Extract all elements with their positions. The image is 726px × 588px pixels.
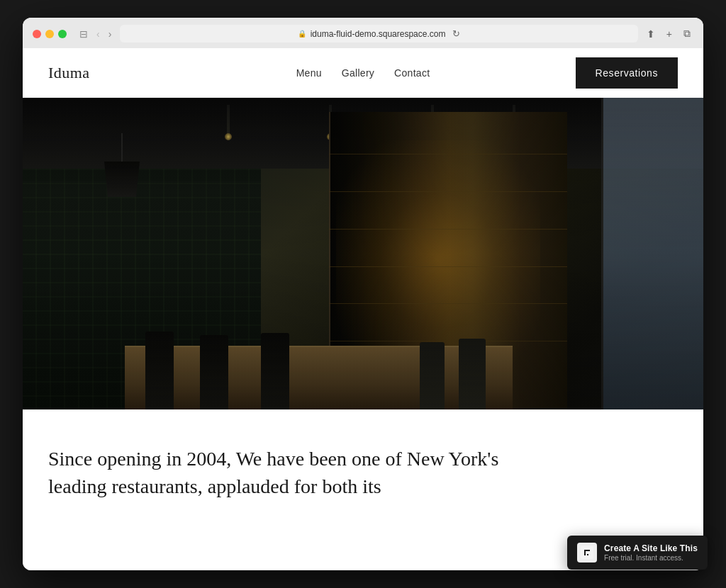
hero-section	[23, 98, 703, 409]
chair-4	[459, 339, 486, 409]
hero-image	[23, 98, 703, 409]
traffic-lights	[33, 30, 67, 38]
nav-links: Menu Gallery Contact	[296, 67, 430, 79]
share-button[interactable]: ⬆	[644, 27, 658, 41]
new-tab-button[interactable]: +	[664, 27, 675, 41]
shelf-6	[329, 341, 567, 341]
browser-window: ⊟ ‹ › 🔒 iduma-fluid-demo.squarespace.com…	[23, 18, 703, 570]
fullscreen-button[interactable]	[58, 30, 67, 38]
website-content: Iduma Menu Gallery Contact Reservations	[23, 48, 703, 570]
site-navigation: Iduma Menu Gallery Contact Reservations	[23, 48, 703, 98]
chair-1	[145, 332, 174, 409]
shelf-3	[329, 229, 567, 230]
browser-controls-row: ⊟ ‹ › 🔒 iduma-fluid-demo.squarespace.com…	[33, 25, 693, 43]
reservations-button[interactable]: Reservations	[576, 57, 678, 89]
forward-button[interactable]: ›	[106, 27, 115, 41]
pendant-lamp	[104, 133, 140, 190]
shelf-2	[329, 191, 567, 192]
chair-5	[420, 342, 445, 409]
body-text: Since opening in 2004, We have been one …	[48, 445, 530, 500]
content-section: Since opening in 2004, We have been one …	[23, 409, 703, 528]
sidebar-toggle-button[interactable]: ⊟	[77, 27, 91, 41]
browser-chrome: ⊟ ‹ › 🔒 iduma-fluid-demo.squarespace.com…	[23, 18, 703, 48]
right-window	[601, 98, 703, 409]
close-button[interactable]	[33, 30, 41, 38]
squarespace-badge[interactable]: Create A Site Like This Free trial. Inst…	[567, 536, 708, 570]
badge-title: Create A Site Like This	[604, 543, 698, 553]
lock-icon: 🔒	[298, 30, 306, 38]
back-button[interactable]: ‹	[94, 27, 103, 41]
nav-link-contact[interactable]: Contact	[394, 67, 430, 79]
shelf-1	[329, 154, 567, 154]
window-controls-right: ⬆ + ⧉	[644, 26, 693, 41]
shelf-4	[329, 266, 567, 267]
nav-link-gallery[interactable]: Gallery	[342, 67, 374, 79]
svg-rect-0	[581, 546, 593, 559]
site-logo: Iduma	[48, 64, 89, 82]
squarespace-logo	[577, 543, 597, 562]
chair-3	[261, 333, 289, 409]
address-bar[interactable]: 🔒 iduma-fluid-demo.squarespace.com ↻	[120, 25, 637, 43]
minimize-button[interactable]	[45, 30, 54, 38]
nav-link-menu[interactable]: Menu	[296, 67, 322, 79]
url-text: iduma-fluid-demo.squarespace.com	[311, 29, 446, 39]
badge-text-block: Create A Site Like This Free trial. Inst…	[604, 543, 698, 562]
chair-2	[200, 335, 228, 409]
badge-subtitle: Free trial. Instant access.	[604, 554, 698, 562]
shelf-5	[329, 303, 567, 304]
tabs-button[interactable]: ⧉	[681, 26, 693, 41]
light-1	[227, 105, 230, 140]
browser-nav-buttons: ⊟ ‹ ›	[77, 27, 114, 41]
dining-table	[125, 346, 513, 409]
squarespace-logo-icon	[581, 546, 593, 559]
reload-button[interactable]: ↻	[452, 28, 460, 39]
